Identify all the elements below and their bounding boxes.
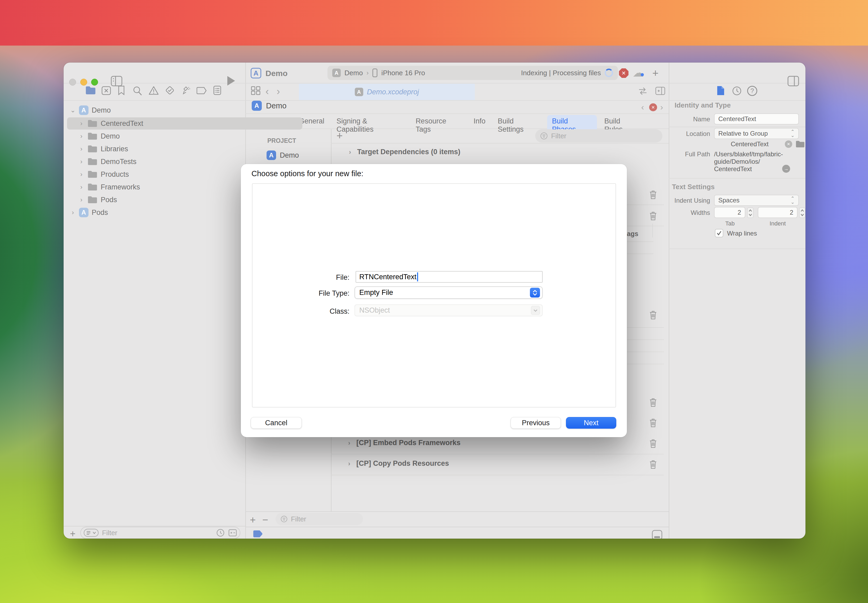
scheme-device[interactable]: iPhone 16 Pro — [381, 69, 425, 77]
help-inspector-icon[interactable]: ? — [747, 86, 757, 96]
tree-label: Demo — [101, 132, 120, 141]
add-phase-button[interactable]: + — [336, 130, 343, 142]
test-navigator-icon[interactable] — [165, 85, 175, 95]
disclosure-icon[interactable]: › — [79, 171, 84, 178]
swap-editor-icon[interactable] — [637, 87, 648, 95]
delete-phase-icon[interactable] — [648, 418, 658, 428]
run-button[interactable] — [226, 75, 236, 87]
file-type-popup[interactable]: Empty File — [354, 286, 543, 299]
close-button[interactable] — [69, 79, 76, 85]
disclosure-icon[interactable]: › — [79, 183, 84, 191]
add-toolbar-button[interactable]: + — [652, 67, 658, 79]
editor-tab[interactable]: A Demo.xcodeproj — [299, 84, 475, 100]
editor-bottombar-icon[interactable] — [651, 529, 664, 539]
clear-group-icon[interactable]: ✕ — [785, 141, 792, 148]
delete-phase-icon[interactable] — [648, 439, 658, 448]
wrap-lines-checkbox[interactable] — [715, 229, 723, 237]
class-combobox[interactable]: NSObject — [354, 305, 543, 316]
scheme-status-bar[interactable]: A Demo › iPhone 16 Pro Indexing | Proces… — [328, 66, 618, 80]
phase-embed-pods[interactable]: › [CP] Embed Pods Frameworks — [346, 439, 461, 447]
disclosure-icon[interactable]: › — [70, 209, 76, 216]
filter-bar-tag-icon[interactable] — [252, 530, 263, 538]
disclosure-icon[interactable]: › — [79, 120, 84, 127]
scheme-target[interactable]: Demo — [345, 69, 363, 77]
issue-navigator-icon[interactable] — [149, 86, 159, 95]
delete-phase-icon[interactable] — [648, 211, 658, 221]
disclosure-icon[interactable]: › — [79, 145, 84, 153]
delete-phase-icon[interactable] — [648, 190, 658, 200]
indent-using-popup[interactable]: Spaces ⌃⌄ — [714, 195, 799, 206]
phase-target-dependencies[interactable]: › Target Dependencies (0 items) — [347, 148, 461, 156]
file-inspector-icon[interactable] — [716, 85, 725, 96]
phase-filter-field[interactable]: Filter — [535, 129, 662, 142]
disclosure-icon[interactable]: › — [79, 158, 84, 165]
tree-item-products[interactable]: › Products — [79, 168, 129, 181]
choose-folder-icon[interactable] — [795, 141, 805, 148]
next-button[interactable]: Next — [566, 417, 616, 429]
filter-menu-icon[interactable] — [84, 529, 99, 537]
issue-forward-icon[interactable]: › — [660, 102, 663, 112]
indent-width-field[interactable]: 2 — [758, 207, 797, 218]
navigator-filter-field[interactable]: Filter — [80, 527, 240, 539]
tree-item-centeredtext[interactable]: › CenteredText — [79, 118, 143, 130]
folder-icon — [87, 145, 97, 153]
tree-item-demo-group[interactable]: › Demo — [79, 130, 120, 142]
find-navigator-icon[interactable] — [133, 86, 142, 96]
scm-filter-icon[interactable] — [228, 529, 237, 537]
phase-copy-pods[interactable]: › [CP] Copy Pods Resources — [346, 459, 449, 468]
tab-signing[interactable]: Signing & Capabilities — [332, 115, 408, 136]
history-inspector-icon[interactable] — [732, 86, 742, 96]
project-navigator-icon[interactable] — [85, 86, 96, 95]
debug-navigator-icon[interactable] — [181, 85, 191, 95]
nav-back-icon[interactable]: ‹ — [266, 86, 269, 97]
tab-info[interactable]: Info — [469, 115, 490, 136]
tree-item-demo-project[interactable]: ⌄ A Demo — [70, 104, 111, 116]
add-file-button[interactable]: + — [70, 528, 76, 539]
disclosure-icon[interactable]: › — [79, 196, 84, 204]
delete-phase-icon[interactable] — [648, 459, 658, 470]
error-badge-icon[interactable]: ✕ — [619, 68, 628, 78]
tab-width-stepper[interactable] — [747, 207, 754, 218]
tree-item-demotests[interactable]: › DemoTests — [79, 156, 136, 168]
minimize-button[interactable] — [80, 79, 87, 85]
zoom-button[interactable] — [91, 79, 98, 85]
wrap-lines-label: Wrap lines — [727, 230, 757, 237]
remove-target-button[interactable]: − — [262, 514, 268, 526]
tree-item-pods-group[interactable]: › Pods — [79, 194, 117, 206]
disclosure-open-icon[interactable]: ⌄ — [70, 107, 76, 114]
breakpoint-navigator-icon[interactable] — [196, 87, 207, 95]
issue-count-badge[interactable]: ✕ — [649, 103, 657, 111]
inspector-toggle-icon[interactable] — [786, 75, 801, 87]
nav-forward-icon[interactable]: › — [277, 86, 280, 97]
add-target-button[interactable]: + — [250, 514, 256, 526]
indent-width-stepper[interactable] — [799, 207, 806, 218]
tab-resource-tags[interactable]: Resource Tags — [411, 115, 466, 136]
location-popup[interactable]: Relative to Group ⌃⌄ — [714, 128, 799, 139]
disclosure-icon[interactable]: › — [79, 133, 84, 140]
delete-phase-icon[interactable] — [648, 310, 658, 320]
disclosure-icon[interactable]: › — [346, 460, 352, 467]
add-editor-icon[interactable] — [655, 87, 665, 95]
name-field[interactable]: CenteredText — [714, 113, 799, 125]
source-control-icon[interactable] — [101, 86, 111, 95]
tab-overview-icon[interactable] — [251, 86, 261, 95]
previous-button[interactable]: Previous — [511, 417, 561, 429]
recent-filter-icon[interactable] — [216, 528, 225, 537]
bookmark-icon[interactable] — [118, 85, 125, 95]
report-navigator-icon[interactable] — [213, 85, 221, 95]
tree-item-libraries[interactable]: › Libraries — [79, 143, 128, 155]
cloud-icon[interactable]: ☁ — [633, 66, 644, 79]
tree-item-frameworks[interactable]: › Frameworks — [79, 181, 140, 193]
issue-back-icon[interactable]: ‹ — [641, 102, 644, 112]
disclosure-icon[interactable]: › — [347, 148, 353, 156]
tree-item-pods-project[interactable]: › A Pods — [70, 206, 108, 219]
indent-column-label: Indent — [758, 220, 797, 227]
tab-width-field[interactable]: 2 — [714, 207, 745, 218]
cancel-button[interactable]: Cancel — [251, 417, 302, 429]
open-path-arrow-icon[interactable]: → — [782, 165, 790, 173]
delete-phase-icon[interactable] — [648, 397, 658, 407]
project-row[interactable]: A Demo — [266, 150, 299, 160]
file-name-input[interactable]: RTNCenteredText — [356, 271, 543, 283]
disclosure-icon[interactable]: › — [346, 439, 352, 447]
target-filter-field[interactable]: Filter — [275, 513, 363, 525]
